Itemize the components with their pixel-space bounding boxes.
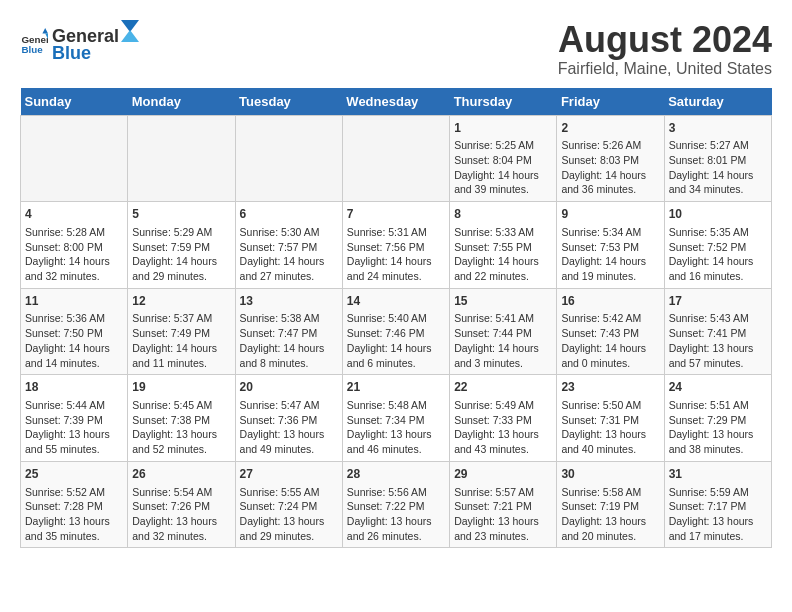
day-number: 27 (240, 466, 338, 483)
day-number: 14 (347, 293, 445, 310)
day-number: 11 (25, 293, 123, 310)
day-info: Sunset: 7:19 PM (561, 499, 659, 514)
title-block: August 2024 Fairfield, Maine, United Sta… (558, 20, 772, 78)
day-info: Daylight: 14 hours (347, 254, 445, 269)
day-info: Sunrise: 5:25 AM (454, 138, 552, 153)
day-info: Daylight: 14 hours (454, 168, 552, 183)
calendar-cell (342, 115, 449, 202)
day-info: and 17 minutes. (669, 529, 767, 544)
day-info: Sunset: 7:34 PM (347, 413, 445, 428)
day-info: and 52 minutes. (132, 442, 230, 457)
day-info: Sunrise: 5:29 AM (132, 225, 230, 240)
day-info: Sunset: 8:01 PM (669, 153, 767, 168)
calendar-cell: 23Sunrise: 5:50 AMSunset: 7:31 PMDayligh… (557, 375, 664, 462)
day-info: Daylight: 13 hours (132, 427, 230, 442)
svg-marker-2 (42, 28, 48, 34)
calendar-cell: 25Sunrise: 5:52 AMSunset: 7:28 PMDayligh… (21, 461, 128, 548)
calendar-cell: 15Sunrise: 5:41 AMSunset: 7:44 PMDayligh… (450, 288, 557, 375)
day-info: and 19 minutes. (561, 269, 659, 284)
day-info: Sunrise: 5:30 AM (240, 225, 338, 240)
day-info: Sunrise: 5:28 AM (25, 225, 123, 240)
day-info: and 36 minutes. (561, 182, 659, 197)
main-title: August 2024 (558, 20, 772, 60)
day-info: Daylight: 13 hours (561, 514, 659, 529)
day-info: Sunset: 7:38 PM (132, 413, 230, 428)
calendar-header-row: SundayMondayTuesdayWednesdayThursdayFrid… (21, 88, 772, 116)
day-info: Daylight: 14 hours (454, 254, 552, 269)
calendar-cell: 28Sunrise: 5:56 AMSunset: 7:22 PMDayligh… (342, 461, 449, 548)
day-info: Sunrise: 5:54 AM (132, 485, 230, 500)
day-info: Sunrise: 5:52 AM (25, 485, 123, 500)
day-number: 9 (561, 206, 659, 223)
day-info: Daylight: 13 hours (240, 514, 338, 529)
calendar-cell: 27Sunrise: 5:55 AMSunset: 7:24 PMDayligh… (235, 461, 342, 548)
day-info: and 26 minutes. (347, 529, 445, 544)
day-info: Daylight: 14 hours (561, 168, 659, 183)
day-info: and 49 minutes. (240, 442, 338, 457)
day-info: Sunset: 7:22 PM (347, 499, 445, 514)
calendar-cell: 22Sunrise: 5:49 AMSunset: 7:33 PMDayligh… (450, 375, 557, 462)
day-number: 28 (347, 466, 445, 483)
day-number: 26 (132, 466, 230, 483)
day-info: Sunset: 7:39 PM (25, 413, 123, 428)
calendar-week-3: 11Sunrise: 5:36 AMSunset: 7:50 PMDayligh… (21, 288, 772, 375)
day-info: Sunrise: 5:34 AM (561, 225, 659, 240)
calendar-cell: 12Sunrise: 5:37 AMSunset: 7:49 PMDayligh… (128, 288, 235, 375)
calendar-cell: 13Sunrise: 5:38 AMSunset: 7:47 PMDayligh… (235, 288, 342, 375)
day-info: Sunrise: 5:33 AM (454, 225, 552, 240)
day-info: Daylight: 14 hours (454, 341, 552, 356)
day-info: Sunset: 8:04 PM (454, 153, 552, 168)
day-info: Sunset: 7:24 PM (240, 499, 338, 514)
svg-marker-5 (121, 30, 139, 42)
calendar-cell: 17Sunrise: 5:43 AMSunset: 7:41 PMDayligh… (664, 288, 771, 375)
day-info: and 32 minutes. (25, 269, 123, 284)
day-info: Daylight: 14 hours (25, 254, 123, 269)
day-info: and 11 minutes. (132, 356, 230, 371)
day-info: Daylight: 13 hours (240, 427, 338, 442)
day-info: Sunrise: 5:41 AM (454, 311, 552, 326)
day-info: Sunrise: 5:37 AM (132, 311, 230, 326)
calendar-cell: 2Sunrise: 5:26 AMSunset: 8:03 PMDaylight… (557, 115, 664, 202)
calendar-cell: 1Sunrise: 5:25 AMSunset: 8:04 PMDaylight… (450, 115, 557, 202)
day-info: Sunset: 7:29 PM (669, 413, 767, 428)
day-info: Daylight: 13 hours (561, 427, 659, 442)
day-info: Sunrise: 5:51 AM (669, 398, 767, 413)
calendar-table: SundayMondayTuesdayWednesdayThursdayFrid… (20, 88, 772, 549)
day-info: and 40 minutes. (561, 442, 659, 457)
logo-triangle-icon (121, 20, 139, 42)
day-info: Daylight: 13 hours (347, 514, 445, 529)
calendar-cell (21, 115, 128, 202)
logo-icon: General Blue (20, 28, 48, 56)
day-info: Sunrise: 5:49 AM (454, 398, 552, 413)
day-number: 22 (454, 379, 552, 396)
day-info: Sunset: 7:49 PM (132, 326, 230, 341)
day-info: Sunrise: 5:58 AM (561, 485, 659, 500)
day-number: 4 (25, 206, 123, 223)
day-number: 20 (240, 379, 338, 396)
day-number: 1 (454, 120, 552, 137)
calendar-cell: 18Sunrise: 5:44 AMSunset: 7:39 PMDayligh… (21, 375, 128, 462)
day-info: Sunset: 8:03 PM (561, 153, 659, 168)
day-info: Daylight: 13 hours (347, 427, 445, 442)
day-info: Sunset: 7:33 PM (454, 413, 552, 428)
day-info: Sunset: 7:21 PM (454, 499, 552, 514)
day-info: and 39 minutes. (454, 182, 552, 197)
calendar-cell: 5Sunrise: 5:29 AMSunset: 7:59 PMDaylight… (128, 202, 235, 289)
day-info: Sunset: 7:28 PM (25, 499, 123, 514)
day-number: 19 (132, 379, 230, 396)
day-info: Sunrise: 5:50 AM (561, 398, 659, 413)
day-number: 8 (454, 206, 552, 223)
day-info: Sunset: 7:31 PM (561, 413, 659, 428)
calendar-cell: 29Sunrise: 5:57 AMSunset: 7:21 PMDayligh… (450, 461, 557, 548)
day-info: Sunrise: 5:44 AM (25, 398, 123, 413)
day-number: 24 (669, 379, 767, 396)
day-info: Daylight: 14 hours (561, 341, 659, 356)
svg-text:Blue: Blue (21, 44, 43, 55)
day-number: 31 (669, 466, 767, 483)
day-info: Sunrise: 5:47 AM (240, 398, 338, 413)
day-info: Sunset: 8:00 PM (25, 240, 123, 255)
calendar-cell: 26Sunrise: 5:54 AMSunset: 7:26 PMDayligh… (128, 461, 235, 548)
calendar-week-5: 25Sunrise: 5:52 AMSunset: 7:28 PMDayligh… (21, 461, 772, 548)
day-info: Daylight: 13 hours (454, 427, 552, 442)
day-info: Sunset: 7:50 PM (25, 326, 123, 341)
